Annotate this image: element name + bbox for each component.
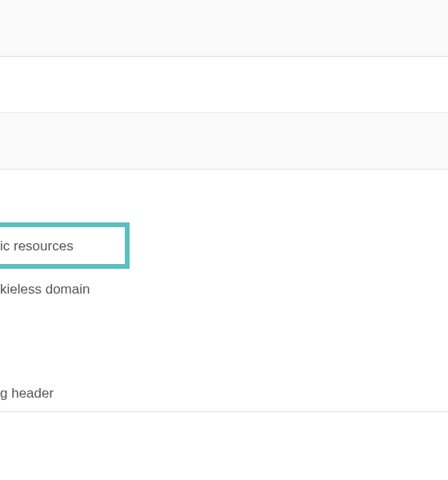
- divider: [0, 411, 448, 412]
- list-item-header[interactable]: g header: [0, 386, 54, 402]
- list-item-resources[interactable]: ic resources: [0, 238, 74, 254]
- list-row-1: [0, 0, 448, 57]
- list-row-2: [0, 57, 448, 113]
- list-row-3: [0, 113, 448, 170]
- list-item-cookieless-domain[interactable]: kieless domain: [0, 282, 90, 298]
